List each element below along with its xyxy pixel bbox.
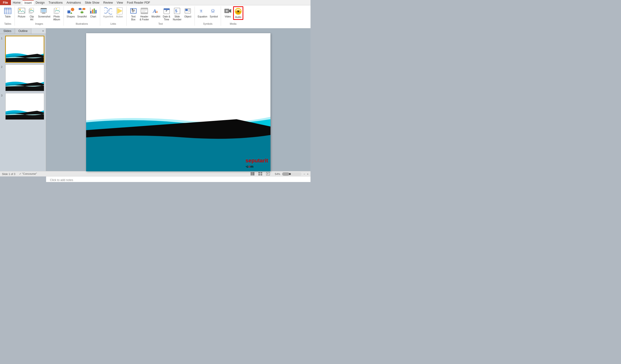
action-button[interactable]: Action xyxy=(115,6,124,19)
svg-text:A: A xyxy=(132,8,133,11)
picture-label: Picture xyxy=(18,15,25,18)
slideshow-menu-item[interactable]: Slide Show xyxy=(83,0,101,5)
header-footer-button[interactable]: Header& Footer xyxy=(139,6,150,22)
zoom-level: 54% xyxy=(275,173,280,175)
slide-item-1[interactable]: 1 xyxy=(1,36,45,63)
svg-rect-36 xyxy=(95,10,97,13)
smartart-button[interactable]: SmartArt xyxy=(76,6,88,19)
equation-label: Equation xyxy=(198,15,207,18)
zoom-slider[interactable] xyxy=(282,172,302,176)
slide-number-3: 3 xyxy=(1,93,4,97)
hyperlink-label: Hyperlink xyxy=(103,15,113,18)
ribbon-group-illustrations: Shapes SmartArt xyxy=(64,6,100,26)
svg-marker-27 xyxy=(70,12,72,14)
slide-item-2[interactable]: 2 xyxy=(1,64,45,91)
tables-group-label: Tables xyxy=(3,23,13,26)
ribbon-group-media: Video Audio xyxy=(221,6,245,26)
shapes-button[interactable]: Shapes xyxy=(66,6,76,19)
video-label: Video xyxy=(225,15,231,18)
insert-menu-item[interactable]: Insert xyxy=(23,0,34,5)
symbols-group-label: Symbols xyxy=(197,23,219,26)
text-box-button[interactable]: A TextBox xyxy=(129,6,138,22)
zoom-in-button[interactable]: + xyxy=(307,173,309,175)
animations-menu-item[interactable]: Animations xyxy=(65,0,83,5)
audio-label: Audio xyxy=(235,16,241,19)
file-menu-btn[interactable]: File xyxy=(0,0,11,5)
ribbon-group-links: Hyperlink Action Links xyxy=(100,6,127,26)
svg-rect-6 xyxy=(4,8,6,9)
svg-text:5: 5 xyxy=(175,9,177,13)
slide-thumb-2[interactable] xyxy=(5,64,44,91)
notes-area[interactable]: Click to add notes xyxy=(46,176,310,182)
svg-rect-48 xyxy=(141,8,148,9)
date-time-button[interactable]: 5 Date &Time xyxy=(162,6,172,22)
shapes-label: Shapes xyxy=(67,15,75,18)
svg-rect-28 xyxy=(79,8,82,10)
svg-rect-11 xyxy=(18,8,25,13)
svg-point-15 xyxy=(31,9,32,10)
design-menu-item[interactable]: Design xyxy=(34,0,47,5)
symbol-button[interactable]: Ω Symbol xyxy=(209,6,219,19)
view-menu-item[interactable]: View xyxy=(115,0,125,5)
clip-art-button[interactable]: ClipArt xyxy=(27,6,37,22)
svg-rect-66 xyxy=(185,12,189,13)
symbol-label: Symbol xyxy=(210,15,218,18)
review-menu-item[interactable]: Review xyxy=(101,0,115,5)
picture-button[interactable]: Picture xyxy=(17,6,26,19)
slide-number-button[interactable]: 5 SlideNumber xyxy=(172,6,183,22)
outline-tab[interactable]: Outline xyxy=(15,28,31,34)
svg-rect-33 xyxy=(90,11,91,13)
svg-rect-30 xyxy=(81,11,84,13)
slides-tab[interactable]: Slides xyxy=(0,28,15,34)
illustrations-group-label: Illustrations xyxy=(66,23,98,26)
foxit-menu-item[interactable]: Foxit Reader PDF xyxy=(125,0,152,5)
theme-name: ✓ "Concourse" xyxy=(19,172,37,175)
action-label: Action xyxy=(116,15,123,18)
slide-sorter-button[interactable] xyxy=(257,172,263,176)
ribbon-group-text: A TextBox Heade xyxy=(127,6,195,26)
svg-rect-81 xyxy=(252,172,255,175)
slide-item-3[interactable]: 3 xyxy=(1,93,45,120)
svg-text:5: 5 xyxy=(164,9,165,11)
slide-thumb-1[interactable] xyxy=(5,36,44,63)
svg-rect-83 xyxy=(260,172,262,174)
svg-rect-34 xyxy=(92,9,93,13)
svg-rect-63 xyxy=(188,9,190,10)
slide-canvas[interactable]: seputarit ·com xyxy=(86,33,271,171)
equation-button[interactable]: π Equation xyxy=(197,6,208,19)
slide-number-2: 2 xyxy=(1,64,4,68)
text-group-label: Text xyxy=(129,23,193,26)
svg-rect-20 xyxy=(41,8,47,9)
table-button[interactable]: Table xyxy=(3,6,13,19)
svg-rect-14 xyxy=(30,8,34,12)
object-button[interactable]: Object xyxy=(183,6,193,19)
reading-view-button[interactable] xyxy=(265,172,271,176)
svg-rect-9 xyxy=(18,8,25,13)
normal-view-button[interactable] xyxy=(250,172,256,176)
svg-rect-65 xyxy=(185,11,190,12)
svg-text:Ω: Ω xyxy=(211,8,214,13)
audio-button[interactable]: Audio xyxy=(233,6,243,20)
slides-panel: Slides Outline × 1 xyxy=(0,28,46,171)
slide-thumb-3[interactable] xyxy=(5,93,44,120)
svg-text:a: a xyxy=(156,9,158,14)
svg-rect-19 xyxy=(42,13,46,14)
chart-button[interactable]: Chart xyxy=(88,6,98,19)
svg-rect-17 xyxy=(41,9,46,12)
wordart-button[interactable]: A a WordArt xyxy=(150,6,161,19)
screenshot-button[interactable]: Screenshot xyxy=(37,6,52,19)
svg-rect-85 xyxy=(260,174,262,175)
panel-close-button[interactable]: × xyxy=(40,28,46,34)
hyperlink-button[interactable]: Hyperlink xyxy=(102,6,114,19)
screenshot-label: Screenshot xyxy=(38,15,51,18)
zoom-out-button[interactable]: − xyxy=(303,173,305,175)
svg-point-10 xyxy=(19,9,21,10)
video-button[interactable]: Video xyxy=(223,6,233,19)
notes-placeholder: Click to add notes xyxy=(50,178,73,182)
clip-art-label: ClipArt xyxy=(30,15,34,21)
slide-number-1: 1 xyxy=(1,36,4,40)
svg-rect-8 xyxy=(9,8,11,9)
transitions-menu-item[interactable]: Transitions xyxy=(47,0,65,5)
photo-album-button[interactable]: PhotoAlbum xyxy=(52,6,62,22)
home-menu-item[interactable]: Home xyxy=(11,0,23,5)
